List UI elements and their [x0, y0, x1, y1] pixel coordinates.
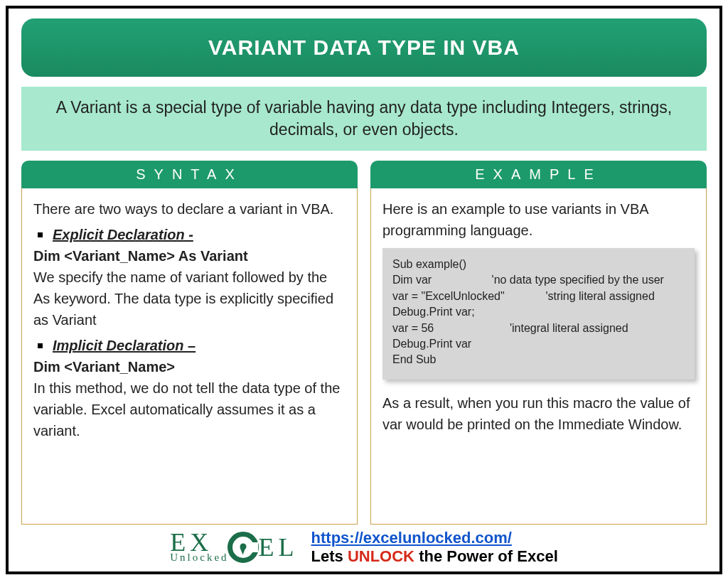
- explicit-title: Explicit Declaration -: [53, 224, 193, 245]
- logo-lock-icon: [228, 532, 259, 563]
- explicit-bullet: Explicit Declaration -: [33, 224, 346, 245]
- tagline-post: the Power of Excel: [414, 547, 558, 565]
- bullet-icon: [38, 232, 43, 237]
- bullet-icon: [38, 343, 43, 348]
- intro-box: A Variant is a special type of variable …: [21, 87, 707, 151]
- syntax-header: SYNTAX: [21, 161, 358, 188]
- explicit-desc: We specify the name of variant followed …: [33, 267, 346, 331]
- implicit-code: Dim <Variant_Name>: [33, 356, 346, 377]
- intro-text: A Variant is a special type of variable …: [56, 98, 672, 139]
- page-title: VARIANT DATA TYPE IN VBA: [208, 36, 520, 59]
- implicit-title: Implicit Declaration –: [53, 335, 196, 356]
- implicit-bullet: Implicit Declaration –: [33, 335, 346, 356]
- example-code-block: Sub example() Dim var 'no data type spec…: [382, 248, 695, 380]
- footer-caption: https://excelunlocked.com/ Lets UNLOCK t…: [311, 529, 558, 566]
- logo-text-el: EL: [259, 532, 299, 562]
- logo-text-unlocked: Unlocked: [170, 552, 228, 564]
- tagline-unlock: UNLOCK: [348, 547, 414, 565]
- document-frame: VARIANT DATA TYPE IN VBA A Variant is a …: [6, 6, 722, 574]
- explicit-code: Dim <Variant_Name> As Variant: [33, 245, 346, 267]
- columns: SYNTAX There are two ways to declare a v…: [21, 161, 707, 525]
- site-link[interactable]: https://excelunlocked.com/: [311, 529, 512, 547]
- example-lead: Here is an example to use variants in VB…: [382, 198, 695, 241]
- implicit-desc: In this method, we do not tell the data …: [33, 377, 346, 441]
- example-body: Here is an example to use variants in VB…: [370, 188, 707, 525]
- example-column: EXAMPLE Here is an example to use varian…: [370, 161, 707, 525]
- syntax-body: There are two ways to declare a variant …: [21, 188, 358, 525]
- excel-unlocked-logo: EX Unlocked EL: [170, 531, 298, 563]
- example-header: EXAMPLE: [370, 161, 707, 188]
- page-title-banner: VARIANT DATA TYPE IN VBA: [21, 18, 707, 77]
- footer: EX Unlocked EL https://excelunlocked.com…: [21, 529, 707, 566]
- tagline-pre: Lets: [311, 547, 348, 565]
- logo-left-group: EX Unlocked: [170, 531, 228, 563]
- syntax-column: SYNTAX There are two ways to declare a v…: [21, 161, 358, 525]
- syntax-lead: There are two ways to declare a variant …: [33, 198, 346, 220]
- example-result: As a result, when you run this macro the…: [382, 392, 695, 435]
- keyhole-icon: [240, 543, 246, 549]
